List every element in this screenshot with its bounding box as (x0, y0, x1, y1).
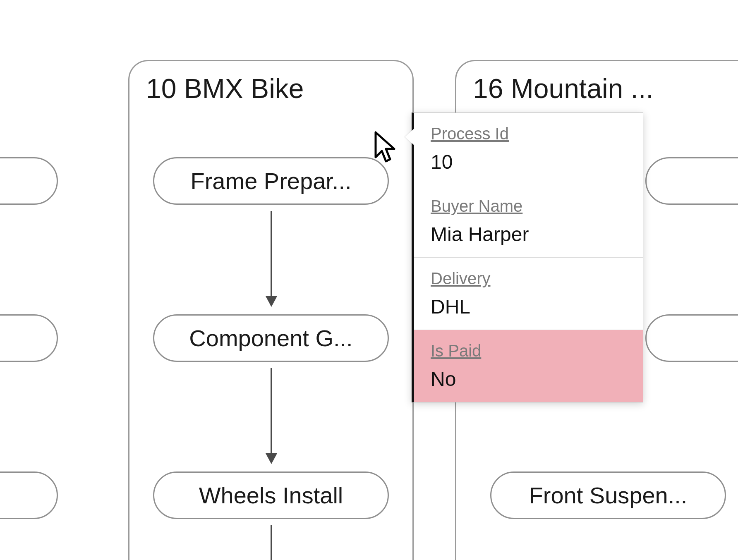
lane-title: 10 BMX Bike (129, 61, 412, 108)
right-node-1[interactable]: G... (645, 314, 738, 362)
tooltip-row-delivery: Delivery DHL (414, 258, 643, 330)
flow-arrow (271, 211, 272, 306)
left-node-2[interactable]: tall (0, 471, 58, 519)
lane-title: 16 Mountain ... (456, 61, 738, 108)
diagram-canvas[interactable]: ar... G... tall 10 BMX Bike Frame Prepar… (0, 0, 738, 560)
left-node-0[interactable]: ar... (0, 157, 58, 205)
left-node-1[interactable]: G... (0, 314, 58, 362)
right-node-0[interactable]: ar... (645, 157, 738, 205)
field-label: Is Paid (431, 342, 626, 360)
field-value: 10 (431, 151, 453, 173)
node-label: Frame Prepar... (190, 168, 351, 194)
node-label: Front Suspen... (529, 482, 688, 508)
field-label: Buyer Name (431, 197, 626, 215)
tooltip-row-buyer-name: Buyer Name Mia Harper (414, 185, 643, 258)
details-tooltip: Process Id 10 Buyer Name Mia Harper Deli… (412, 112, 643, 402)
flow-arrow (271, 368, 272, 463)
field-value: No (431, 368, 456, 390)
field-value: DHL (431, 296, 470, 318)
tooltip-row-process-id: Process Id 10 (414, 113, 643, 185)
tooltip-caret-icon (405, 129, 414, 145)
field-label: Delivery (431, 269, 626, 288)
right-node-2[interactable]: Front Suspen... (490, 471, 726, 519)
field-label: Process Id (431, 124, 626, 143)
node-label: Wheels Install (199, 482, 343, 508)
flow-arrow (271, 525, 272, 560)
node-label: Component G... (189, 325, 352, 351)
tooltip-row-is-paid: Is Paid No (414, 330, 643, 402)
field-value: Mia Harper (431, 223, 529, 245)
center-node-0[interactable]: Frame Prepar... (153, 157, 389, 205)
center-node-2[interactable]: Wheels Install (153, 471, 389, 519)
center-node-1[interactable]: Component G... (153, 314, 389, 362)
